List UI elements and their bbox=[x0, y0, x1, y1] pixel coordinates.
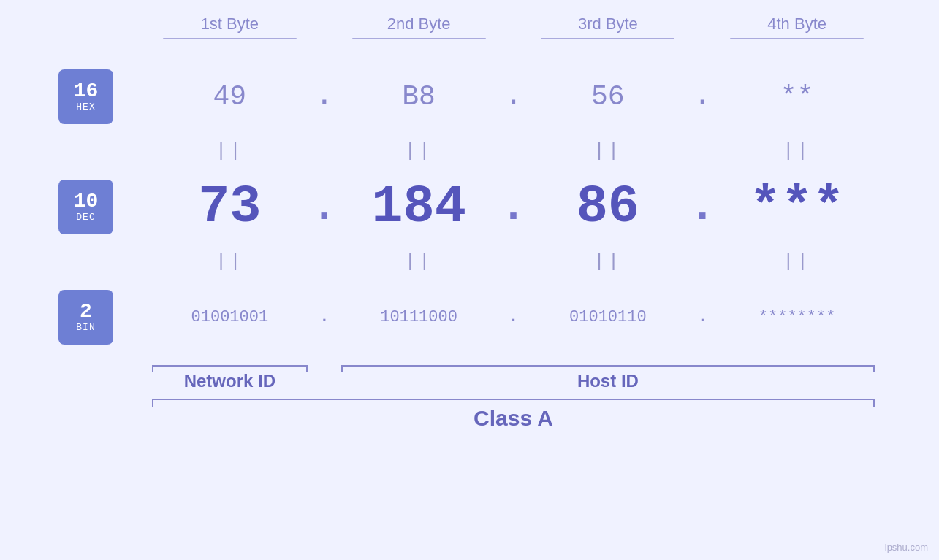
dec-badge: 10 DEC bbox=[58, 180, 113, 234]
bin-b1-value: 01001001 bbox=[191, 308, 269, 326]
eq2-b3: || bbox=[593, 248, 622, 275]
main-container: 1st Byte 2nd Byte 3rd Byte 4th Byte 16 H… bbox=[0, 0, 939, 560]
bin-badge: 2 BIN bbox=[58, 290, 113, 345]
byte3-header: 3rd Byte bbox=[525, 15, 692, 39]
class-section: Class A bbox=[146, 399, 881, 431]
bin-b3-value: 01010110 bbox=[569, 308, 647, 326]
bin-b2-cell: 10111000 bbox=[380, 308, 457, 326]
hex-badge: 16 HEX bbox=[58, 69, 113, 124]
watermark: ipshu.com bbox=[885, 542, 928, 553]
dec-dot2: . bbox=[501, 185, 527, 229]
hex-badge-num: 16 bbox=[74, 81, 99, 101]
bin-b1-cell: 01001001 bbox=[191, 308, 269, 326]
hex-badge-label: HEX bbox=[76, 101, 95, 113]
bin-b3-cell: 01010110 bbox=[569, 308, 647, 326]
dec-b3-cell: 86 bbox=[577, 177, 639, 237]
hex-b4-cell: ** bbox=[780, 81, 814, 112]
byte1-header: 1st Byte bbox=[146, 15, 313, 39]
dec-b1-value: 73 bbox=[198, 177, 261, 237]
network-id-bracket-line bbox=[152, 365, 308, 367]
network-id-bracket-container: Network ID bbox=[146, 365, 313, 391]
eq1-b2: || bbox=[405, 137, 433, 165]
eq2-b2: || bbox=[405, 248, 433, 275]
eq1-b4: || bbox=[783, 137, 811, 165]
bin-b4-cell: ******** bbox=[759, 308, 836, 326]
dec-b2-value: 184 bbox=[371, 177, 466, 237]
dec-dot3: . bbox=[689, 185, 715, 229]
hex-dot1: . bbox=[316, 84, 332, 110]
hex-b1-cell: 49 bbox=[213, 81, 247, 112]
network-id-label: Network ID bbox=[146, 367, 313, 391]
byte2-header: 2nd Byte bbox=[335, 15, 503, 39]
hex-dot3: . bbox=[694, 84, 710, 110]
bin-b2-value: 10111000 bbox=[380, 308, 457, 326]
dec-b3-value: 86 bbox=[577, 177, 639, 237]
hex-b2-value: B8 bbox=[402, 81, 436, 112]
dec-badge-label: DEC bbox=[76, 212, 95, 223]
hex-dot2: . bbox=[506, 84, 522, 110]
byte4-header: 4th Byte bbox=[713, 15, 881, 39]
dec-badge-num: 10 bbox=[74, 191, 99, 212]
host-id-bracket-container: Host ID bbox=[335, 365, 881, 391]
dec-b4-value: *** bbox=[750, 177, 845, 237]
dec-b2-cell: 184 bbox=[371, 177, 466, 237]
hex-b2-cell: B8 bbox=[402, 81, 436, 112]
hex-b3-value: 56 bbox=[591, 81, 625, 112]
eq2-b1: || bbox=[216, 248, 244, 275]
bin-dot2: . bbox=[509, 310, 518, 326]
hex-b3-cell: 56 bbox=[591, 81, 625, 112]
bin-dot1: . bbox=[319, 310, 329, 326]
dec-dot1: . bbox=[311, 185, 338, 229]
host-id-bracket-line bbox=[341, 365, 875, 367]
class-bracket-line bbox=[152, 399, 875, 400]
eq1-b1: || bbox=[216, 137, 244, 165]
host-id-label: Host ID bbox=[335, 367, 881, 391]
bin-badge-num: 2 bbox=[80, 302, 92, 322]
dec-b4-cell: *** bbox=[750, 177, 845, 237]
class-label: Class A bbox=[146, 400, 881, 431]
hex-b1-value: 49 bbox=[213, 81, 247, 112]
eq1-b3: || bbox=[593, 137, 622, 165]
bin-badge-label: BIN bbox=[76, 322, 95, 334]
dec-b1-cell: 73 bbox=[198, 177, 261, 237]
bin-dot3: . bbox=[698, 310, 707, 326]
eq2-b4: || bbox=[783, 248, 811, 275]
hex-b4-value: ** bbox=[780, 81, 814, 112]
bin-b4-value: ******** bbox=[759, 308, 836, 326]
